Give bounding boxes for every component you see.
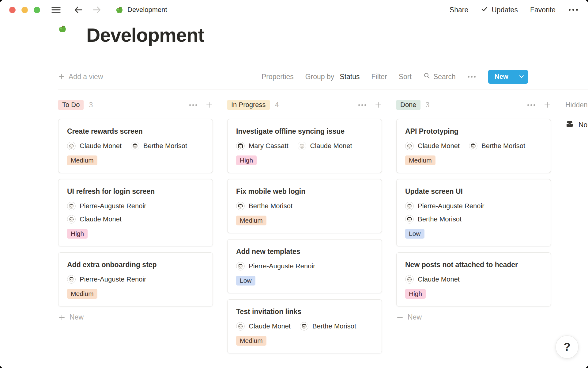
hidden-column-no-status[interactable]: No Status <box>565 120 588 130</box>
column-add-icon[interactable] <box>544 101 551 109</box>
card-assignees: Claude MonetBerthe Morisot <box>67 142 204 150</box>
archive-box-icon <box>565 120 574 130</box>
column-header: Done 3 <box>396 98 551 112</box>
toolbar-tools: Properties Group byStatus Filter Sort Se… <box>262 70 528 84</box>
window-doc-title: Development <box>127 6 167 14</box>
kanban-card[interactable]: Fix mobile web login Berthe Morisot Medi… <box>227 179 382 233</box>
assignee: Mary Cassatt <box>236 142 288 150</box>
avatar-man-bald-icon <box>405 275 414 284</box>
column-header: In Progress 4 <box>227 98 382 112</box>
favorite-button[interactable]: Favorite <box>530 6 556 14</box>
kanban-card[interactable]: Update screen UI Pierre-Auguste RenoirBe… <box>396 179 551 246</box>
column-status-badge[interactable]: Done <box>396 100 420 110</box>
kanban-card[interactable]: Create rewards screen Claude MonetBerthe… <box>58 119 213 173</box>
hidden-columns-label[interactable]: Hidden columns <box>565 98 588 112</box>
close-button[interactable] <box>9 7 16 13</box>
card-title: Add new templates <box>236 247 373 256</box>
breadcrumb[interactable]: Development <box>115 6 167 14</box>
forward-arrow-icon[interactable] <box>92 6 101 14</box>
avatar-woman-icon <box>300 322 308 331</box>
assignee: Claude Monet <box>67 142 122 150</box>
toolbar-more-icon[interactable] <box>467 76 477 78</box>
kanban-card[interactable]: Add extra onboarding step Pierre-Auguste… <box>58 252 213 306</box>
kanban-column: Done 3 API Prototyping Claude MonetBerth… <box>396 98 551 368</box>
card-assignees: Berthe Morisot <box>236 202 373 210</box>
more-options-icon[interactable] <box>568 9 579 11</box>
assignee: Pierre-Auguste Renoir <box>236 262 315 270</box>
card-assignees: Pierre-Auguste Renoir <box>67 275 204 284</box>
card-assignees: Mary CassattClaude Monet <box>236 142 373 150</box>
column-add-icon[interactable] <box>205 101 213 109</box>
search-button[interactable]: Search <box>423 72 456 81</box>
updates-button[interactable]: Updates <box>481 5 518 14</box>
assignee-name: Claude Monet <box>418 142 460 150</box>
green-apple-icon[interactable] <box>58 25 78 45</box>
avatar-woman-icon <box>469 142 477 150</box>
card-title: Create rewards screen <box>67 127 204 136</box>
assignee: Claude Monet <box>405 275 460 284</box>
assignee: Claude Monet <box>298 142 352 150</box>
column-more-icon[interactable] <box>188 104 198 106</box>
share-button[interactable]: Share <box>450 6 468 14</box>
assignee: Claude Monet <box>67 215 122 224</box>
card-title: Test invitation links <box>236 308 373 316</box>
priority-tag: Low <box>236 276 255 286</box>
column-add-icon[interactable] <box>375 101 382 109</box>
avatar-woman-icon <box>131 142 139 150</box>
avatar-man-icon <box>405 202 414 210</box>
assignee: Pierre-Auguste Renoir <box>405 202 484 210</box>
kanban-column: To Do 3 Create rewards screen Claude Mon… <box>58 98 213 368</box>
assignee-name: Claude Monet <box>249 322 291 330</box>
group-by-button[interactable]: Group byStatus <box>305 73 360 81</box>
assignee-name: Claude Monet <box>80 215 122 223</box>
topbar-actions: Share Updates Favorite <box>450 5 579 14</box>
page-header: Development <box>58 24 204 46</box>
column-status-badge[interactable]: To Do <box>58 100 84 110</box>
zoom-button[interactable] <box>34 7 40 13</box>
priority-tag: Medium <box>236 336 266 346</box>
view-toolbar: Add a view Properties Group byStatus Fil… <box>58 69 528 84</box>
hidden-columns-section: Hidden columns No Status <box>565 98 588 368</box>
page-title: Development <box>86 24 204 46</box>
filter-button[interactable]: Filter <box>371 73 387 81</box>
priority-tag: High <box>236 155 257 165</box>
priority-tag: Low <box>405 229 424 239</box>
kanban-card[interactable]: UI refresh for login screen Pierre-Augus… <box>58 179 213 246</box>
new-button[interactable]: New <box>488 70 528 84</box>
priority-tag: Medium <box>67 155 97 165</box>
avatar-man-bald-icon <box>67 142 76 150</box>
app-window: Development Share Updates Favorite Devel… <box>0 0 588 368</box>
column-count: 4 <box>275 101 279 109</box>
assignee: Pierre-Auguste Renoir <box>67 275 146 284</box>
add-view-button[interactable]: Add a view <box>58 73 103 81</box>
column-actions <box>357 101 382 109</box>
assignee-name: Pierre-Auguste Renoir <box>80 202 146 210</box>
kanban-card[interactable]: Test invitation links Claude MonetBerthe… <box>227 299 382 353</box>
help-button[interactable]: ? <box>556 335 579 358</box>
question-mark-icon: ? <box>564 341 571 354</box>
kanban-card[interactable]: New posts not attached to header Claude … <box>396 252 551 306</box>
assignee-name: Berthe Morisot <box>418 215 462 223</box>
back-arrow-icon[interactable] <box>74 6 83 14</box>
kanban-card[interactable]: Investigate offline syncing issue Mary C… <box>227 119 382 173</box>
kanban-card[interactable]: Add new templates Pierre-Auguste Renoir … <box>227 239 382 293</box>
column-status-badge[interactable]: In Progress <box>227 100 270 110</box>
column-new-button[interactable]: New <box>58 313 213 321</box>
assignee-name: Berthe Morisot <box>481 142 525 150</box>
column-cards: Investigate offline syncing issue Mary C… <box>227 119 382 353</box>
assignee: Claude Monet <box>405 142 460 150</box>
sidebar-menu-icon[interactable] <box>51 6 61 14</box>
avatar-man-icon <box>236 262 245 270</box>
kanban-card[interactable]: API Prototyping Claude MonetBerthe Moris… <box>396 119 551 173</box>
assignee: Berthe Morisot <box>300 322 356 331</box>
column-cards: API Prototyping Claude MonetBerthe Moris… <box>396 119 551 306</box>
sort-button[interactable]: Sort <box>399 73 412 81</box>
chevron-down-icon[interactable] <box>515 70 528 84</box>
column-more-icon[interactable] <box>526 104 536 106</box>
column-actions <box>526 101 551 109</box>
assignee: Pierre-Auguste Renoir <box>67 202 146 210</box>
column-new-button[interactable]: New <box>396 313 551 321</box>
properties-button[interactable]: Properties <box>262 73 294 81</box>
minimize-button[interactable] <box>21 7 28 13</box>
column-more-icon[interactable] <box>357 104 367 106</box>
